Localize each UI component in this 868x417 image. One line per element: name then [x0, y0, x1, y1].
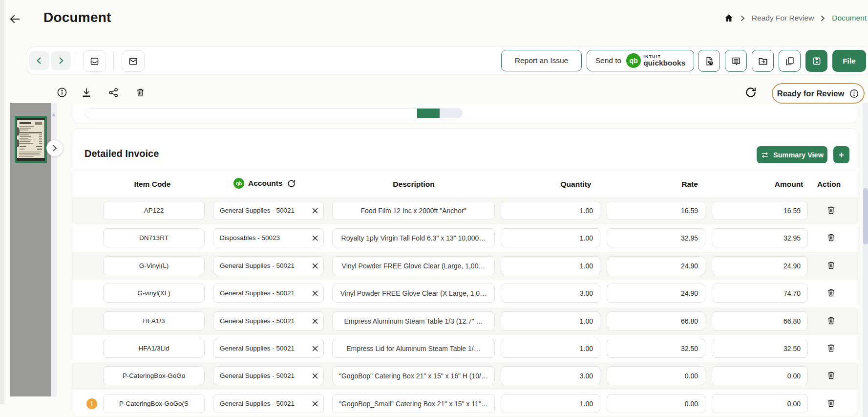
item-code-input[interactable]: [103, 394, 205, 413]
send-to-quickbooks-button[interactable]: Send to qb intuit quickbooks: [587, 50, 694, 71]
back-button[interactable]: [9, 13, 22, 25]
horizontal-scrollbar[interactable]: [85, 108, 463, 118]
refresh-accounts-icon[interactable]: [287, 179, 296, 188]
summary-view-button[interactable]: Summary View: [757, 146, 827, 163]
account-input[interactable]: [213, 394, 324, 413]
scroll-up-icon[interactable]: [52, 113, 56, 116]
page-scrollbar-track[interactable]: [863, 103, 868, 417]
refresh-button[interactable]: [744, 86, 757, 99]
quantity-input[interactable]: [501, 366, 600, 385]
amount-input[interactable]: [712, 201, 808, 220]
clear-account-icon[interactable]: [312, 208, 318, 214]
inbox-button[interactable]: [83, 50, 106, 72]
rate-input[interactable]: [607, 201, 705, 220]
quantity-input[interactable]: [501, 311, 600, 330]
description-input[interactable]: [332, 339, 495, 358]
download-button[interactable]: [81, 87, 92, 98]
document-info-button[interactable]: [56, 87, 68, 98]
account-field: [213, 311, 324, 330]
move-to-folder-button[interactable]: [752, 50, 774, 72]
description-input[interactable]: [332, 256, 495, 275]
delete-row-button[interactable]: [826, 343, 836, 353]
rate-input[interactable]: [607, 339, 705, 358]
delete-row-button[interactable]: [826, 287, 836, 298]
rate-input[interactable]: [607, 366, 705, 385]
quantity-input[interactable]: [501, 339, 600, 358]
clear-account-icon[interactable]: [312, 318, 318, 324]
rate-input[interactable]: [607, 256, 705, 275]
quantity-input[interactable]: [501, 201, 600, 220]
clear-account-icon[interactable]: [312, 346, 318, 351]
quantity-input[interactable]: [501, 394, 600, 413]
account-input[interactable]: [213, 256, 324, 275]
breadcrumb-section[interactable]: Ready For Review: [752, 14, 814, 22]
share-button[interactable]: [108, 87, 119, 98]
clear-account-icon[interactable]: [312, 373, 318, 379]
quantity-input[interactable]: [501, 256, 600, 275]
account-input[interactable]: [213, 311, 324, 330]
item-code-input[interactable]: [103, 284, 205, 303]
rate-input[interactable]: [607, 311, 705, 330]
rate-input[interactable]: [607, 228, 705, 247]
save-floppy-icon: [811, 56, 822, 66]
next-document-button[interactable]: [51, 51, 71, 70]
breadcrumb-current[interactable]: Document: [832, 14, 867, 22]
clear-account-icon[interactable]: [312, 290, 318, 296]
clear-account-icon[interactable]: [312, 401, 318, 407]
chevron-right-icon: [51, 144, 59, 152]
amount-input[interactable]: [712, 228, 808, 247]
rate-input[interactable]: [607, 394, 705, 413]
alert-circle-icon: [849, 88, 859, 99]
delete-row-button[interactable]: [826, 260, 836, 270]
notes-button[interactable]: [725, 50, 747, 72]
page-thumbnail[interactable]: [15, 116, 47, 163]
amount-input[interactable]: [712, 311, 808, 330]
clear-account-icon[interactable]: [312, 263, 318, 269]
account-input[interactable]: [213, 366, 324, 385]
item-code-input[interactable]: [103, 339, 205, 358]
page-scrollbar-thumb[interactable]: [863, 188, 868, 244]
home-icon[interactable]: [724, 13, 734, 23]
email-button[interactable]: [122, 50, 145, 72]
description-input[interactable]: [332, 228, 495, 247]
account-input[interactable]: [213, 201, 324, 220]
status-badge[interactable]: Ready for Review: [772, 83, 865, 104]
item-code-input[interactable]: [103, 201, 205, 220]
quantity-input[interactable]: [501, 284, 600, 303]
description-input[interactable]: [332, 394, 495, 413]
amount-input[interactable]: [712, 256, 808, 275]
save-button[interactable]: [805, 50, 827, 72]
description-input[interactable]: [332, 366, 495, 385]
delete-row-button[interactable]: [826, 370, 836, 380]
account-input[interactable]: [213, 228, 324, 247]
horizontal-scrollbar-thumb[interactable]: [417, 109, 440, 118]
item-code-input[interactable]: [103, 366, 205, 385]
rate-input[interactable]: [607, 284, 705, 303]
clear-account-icon[interactable]: [312, 235, 318, 241]
amount-input[interactable]: [712, 366, 808, 385]
item-code-input[interactable]: [103, 256, 205, 275]
file-button[interactable]: File: [832, 50, 866, 72]
amount-input[interactable]: [712, 339, 808, 358]
description-input[interactable]: [332, 311, 495, 330]
account-input[interactable]: [213, 284, 324, 303]
account-input[interactable]: [213, 339, 324, 358]
prev-document-button[interactable]: [29, 51, 49, 70]
item-code-input[interactable]: [103, 228, 205, 247]
delete-row-button[interactable]: [826, 232, 836, 242]
amount-input[interactable]: [712, 284, 808, 303]
item-code-input[interactable]: [103, 311, 205, 330]
amount-input[interactable]: [712, 394, 808, 413]
delete-row-button[interactable]: [826, 398, 836, 408]
description-input[interactable]: [332, 284, 495, 303]
add-line-item-button[interactable]: +: [833, 146, 849, 163]
file-info-button[interactable]: ?: [698, 50, 720, 72]
expand-panel-button[interactable]: [46, 140, 63, 156]
description-input[interactable]: [332, 201, 495, 220]
delete-document-button[interactable]: [135, 87, 146, 98]
duplicate-button[interactable]: [779, 50, 801, 72]
delete-row-button[interactable]: [826, 315, 836, 326]
delete-row-button[interactable]: [826, 205, 836, 215]
report-issue-button[interactable]: Report an Issue: [501, 50, 582, 71]
quantity-input[interactable]: [501, 228, 600, 247]
